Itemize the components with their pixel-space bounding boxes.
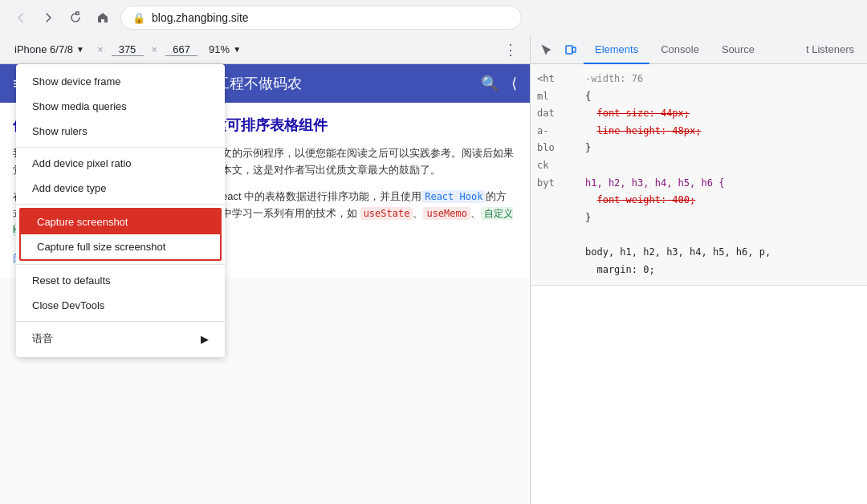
- back-button[interactable]: [10, 6, 32, 29]
- menu-item-capture-screenshot[interactable]: Capture screenshot: [21, 209, 220, 234]
- toolbar-icons: ⋮: [501, 40, 520, 59]
- css-font-size: font-size: 44px;: [585, 105, 861, 123]
- menu-divider-3: [16, 264, 225, 265]
- usememo-tag: useMemo: [423, 207, 470, 220]
- html-tag-dat: dat: [537, 105, 572, 123]
- devtools-panel: Elements Console Source t Listeners <ht …: [530, 35, 867, 504]
- blog-icons: 🔍 ⟨: [481, 75, 517, 92]
- browser-chrome: 🔒 blog.zhangbing.site: [0, 0, 867, 35]
- dropdown-menu: Show device frame Show media queries Sho…: [16, 64, 225, 357]
- html-tag-byt: byt: [537, 175, 572, 193]
- usestate-tag: useState: [360, 207, 413, 220]
- capture-group: Capture screenshot Capture full size scr…: [19, 208, 222, 261]
- refresh-button[interactable]: [64, 6, 87, 29]
- css-body-selector: body, h1, h2, h3, h4, h5, h6, p,: [585, 244, 861, 262]
- menu-item-show-media-queries[interactable]: Show media queries: [16, 94, 225, 119]
- device-selector[interactable]: iPhone 6/7/8 ▼: [10, 40, 89, 59]
- device-toolbar: iPhone 6/7/8 ▼ × × 91% ▼ ⋮: [0, 35, 530, 64]
- css-line-height: line-height: 48px;: [585, 123, 861, 140]
- devtools-tabs-row: Elements Console Source t Listeners: [531, 35, 867, 64]
- menu-divider-1: [16, 147, 225, 148]
- device-toggle-button[interactable]: [561, 40, 580, 59]
- lock-icon: 🔒: [132, 12, 145, 24]
- tab-source[interactable]: Source: [710, 35, 766, 64]
- zoom-value: 91%: [209, 43, 230, 55]
- voice-label: 语音: [32, 331, 53, 346]
- css-brace-2: }: [585, 140, 861, 157]
- menu-divider-4: [16, 321, 225, 322]
- menu-item-reset-defaults[interactable]: Reset to defaults: [16, 268, 225, 293]
- x-separator: ×: [152, 43, 158, 55]
- css-margin: margin: 0;: [585, 262, 861, 279]
- url-text: blog.zhangbing.site: [152, 11, 510, 24]
- tab-event-listeners[interactable]: t Listeners: [800, 43, 861, 55]
- css-blank-2: [585, 226, 861, 244]
- tab-console[interactable]: Console: [649, 35, 710, 64]
- nav-buttons: [10, 6, 114, 29]
- menu-item-add-device-type[interactable]: Add device type: [16, 176, 225, 201]
- menu-item-show-device-frame[interactable]: Show device frame: [16, 69, 225, 94]
- inspect-element-button[interactable]: [537, 40, 556, 59]
- device-dropdown-icon: ▼: [76, 45, 84, 54]
- device-name: iPhone 6/7/8: [14, 43, 73, 55]
- svg-rect-1: [572, 47, 576, 52]
- separator: ×: [97, 43, 104, 55]
- title-bar: 🔒 blog.zhangbing.site: [0, 0, 867, 35]
- css-brace-1: {: [585, 88, 861, 106]
- react-hook-tag: React Hook: [421, 190, 486, 203]
- menu-item-close-devtools[interactable]: Close DevTools: [16, 293, 225, 318]
- search-icon[interactable]: 🔍: [481, 75, 499, 92]
- zoom-dropdown-icon: ▼: [233, 45, 241, 54]
- more-options-button[interactable]: ⋮: [501, 40, 520, 59]
- html-tag-ck: ck: [537, 157, 572, 175]
- html-tag-a: a-: [537, 123, 572, 140]
- height-input[interactable]: [165, 43, 197, 56]
- html-tag-ht: <ht: [537, 71, 572, 88]
- css-font-weight-value: font-weight: 400;: [596, 194, 695, 205]
- width-input[interactable]: [112, 43, 144, 56]
- submenu-arrow-icon: ▶: [201, 333, 209, 345]
- menu-item-voice[interactable]: 语音 ▶: [16, 325, 225, 352]
- forward-button[interactable]: [37, 6, 59, 29]
- home-button[interactable]: [92, 6, 114, 29]
- menu-item-capture-full-screenshot[interactable]: Capture full size screenshot: [21, 234, 220, 259]
- css-width-comment: -width: 76: [585, 71, 861, 88]
- share-icon[interactable]: ⟨: [511, 75, 517, 92]
- css-brace-3: }: [585, 209, 861, 227]
- css-line-height-value: line-height: 48px;: [596, 125, 701, 136]
- menu-item-add-pixel-ratio[interactable]: Add device pixel ratio: [16, 151, 225, 176]
- css-selector-h1-h6: h1, h2, h3, h4, h5, h6 {: [585, 175, 861, 193]
- tab-elements[interactable]: Elements: [584, 35, 649, 64]
- html-tag-blo: blo: [537, 140, 572, 157]
- css-blank-1: [585, 157, 861, 175]
- css-font-size-value: font-size: 44px;: [596, 108, 690, 119]
- html-tag-ml: ml: [537, 88, 572, 106]
- menu-divider-2: [16, 204, 225, 205]
- svg-rect-0: [566, 46, 572, 54]
- address-bar[interactable]: 🔒 blog.zhangbing.site: [120, 6, 522, 30]
- css-font-weight: font-weight: 400;: [585, 192, 861, 209]
- zoom-selector[interactable]: 91% ▼: [204, 40, 246, 59]
- menu-item-show-rulers[interactable]: Show rulers: [16, 119, 225, 144]
